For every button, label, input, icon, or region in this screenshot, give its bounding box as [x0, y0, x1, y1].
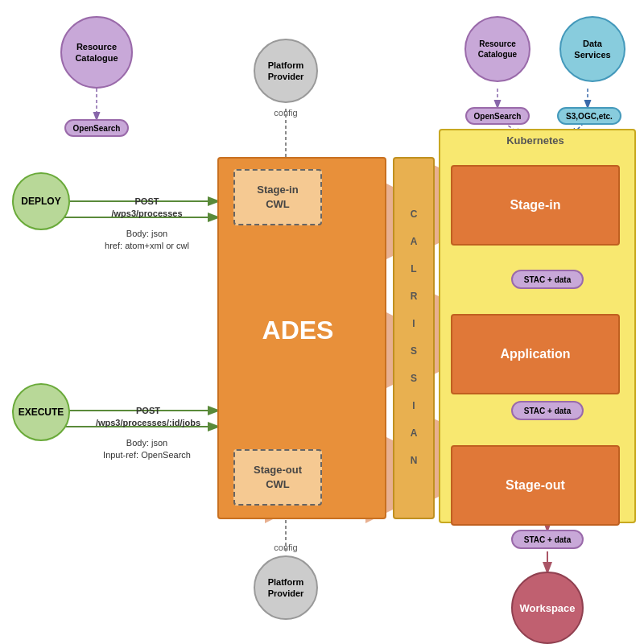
body-deploy-text: Body: json href: atom+xml or cwl [80, 224, 213, 256]
stac-data-3-pill: STAC + data [511, 530, 584, 549]
s3ogc-pill: S3,OGC,etc. [557, 107, 621, 125]
execute-circle: EXECUTE [12, 383, 70, 441]
body-execute-text: Body: json Input-ref: OpenSearch [80, 435, 213, 464]
opensearch-right-pill: OpenSearch [465, 107, 530, 125]
resource-catalogue-left-circle: Resource Catalogue [60, 16, 133, 89]
diagram: { "title": "ADES Architecture Diagram", … [0, 0, 644, 644]
stage-out-right-box: Stage-out [451, 445, 620, 526]
ades-label: ADES [250, 306, 346, 354]
calrissian-box: C A L R I S S I A N [393, 157, 435, 519]
kubernetes-label: Kubernetes [483, 130, 588, 150]
platform-provider-top-circle: Platform Provider [254, 39, 318, 103]
config-bottom-text: config [266, 541, 306, 554]
post-execute-text: POST /wps3/processes/:id/jobs [80, 401, 216, 433]
opensearch-left-pill: OpenSearch [64, 119, 129, 137]
stage-out-cwl-box: Stage-out CWL [233, 449, 322, 506]
application-box: Application [451, 314, 620, 394]
stage-in-cwl-box: Stage-in CWL [233, 169, 322, 225]
platform-provider-bottom-circle: Platform Provider [254, 555, 318, 620]
stac-data-2-pill: STAC + data [511, 401, 584, 420]
stac-data-1-pill: STAC + data [511, 270, 584, 289]
resource-catalogue-right-circle: Resource Catalogue [464, 16, 530, 82]
config-top-text: config [266, 106, 306, 119]
post-deploy-text: POST /wps3/processes [80, 192, 213, 224]
data-services-circle: Data Services [559, 16, 625, 82]
workspace-circle: Workspace [511, 572, 584, 644]
deploy-circle: DEPLOY [12, 172, 70, 230]
stage-in-right-box: Stage-in [451, 165, 620, 246]
